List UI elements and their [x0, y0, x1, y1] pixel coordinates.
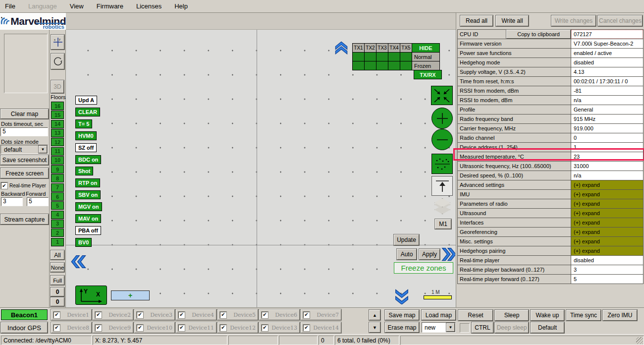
- read-all-button[interactable]: Read all: [460, 15, 493, 26]
- dots-timeout-input[interactable]: 5: [0, 127, 48, 136]
- tx-cell[interactable]: [376, 52, 388, 61]
- overlay-button-clear[interactable]: CLEAR: [75, 108, 100, 116]
- floors-full-button[interactable]: Full: [51, 276, 64, 285]
- overlay-button-mgv-on[interactable]: MGV on: [75, 202, 102, 211]
- save-map-button[interactable]: Save map: [385, 310, 419, 320]
- floor-button-12[interactable]: 12: [51, 138, 64, 146]
- cancel-changes-button[interactable]: Cancel changes: [598, 15, 643, 26]
- overlay-button-rtp-on[interactable]: RTP on: [75, 178, 100, 187]
- tx-header-tx5[interactable]: TX5: [400, 43, 412, 53]
- tx-txrx-button[interactable]: TX/RX: [414, 70, 442, 79]
- tx-normal-button[interactable]: Normal: [412, 52, 440, 61]
- apply-button[interactable]: Apply: [419, 249, 440, 260]
- tx-header-tx3[interactable]: TX3: [376, 43, 388, 53]
- device-checkbox[interactable]: ✔: [137, 325, 143, 331]
- expand-cell[interactable]: (+) expand: [571, 189, 644, 199]
- floor-button-6[interactable]: 6: [51, 192, 64, 201]
- chevron-up-icon[interactable]: [334, 41, 348, 55]
- tx-frozen-button[interactable]: Frozen: [412, 61, 440, 70]
- floor-button-9[interactable]: 9: [51, 165, 64, 173]
- menu-item-language[interactable]: Language: [28, 2, 57, 10]
- device-checkbox[interactable]: ✔: [54, 325, 60, 331]
- device-toggle-device4[interactable]: ✔Device4: [176, 309, 216, 320]
- clear-map-button[interactable]: Clear map: [0, 109, 49, 119]
- realtime-player-checkbox[interactable]: ✔: [1, 182, 7, 189]
- overlay-button-bv0[interactable]: BV0: [75, 238, 92, 247]
- scroll-up-icon[interactable]: ▲: [369, 310, 380, 320]
- device-toggle-device3[interactable]: ✔Device3: [134, 309, 175, 320]
- expand-cell[interactable]: (+) expand: [571, 199, 644, 209]
- tx-hide-button[interactable]: HIDE: [412, 43, 440, 53]
- floor-button-4[interactable]: 4: [51, 211, 64, 219]
- menu-item-firmware[interactable]: Firmware: [97, 2, 123, 10]
- overlay-button-shot[interactable]: Shot: [75, 167, 93, 175]
- device-checkbox[interactable]: ✔: [262, 325, 268, 331]
- forward-input[interactable]: 5: [27, 197, 49, 206]
- device-checkbox[interactable]: ✔: [303, 325, 310, 331]
- floor-button-2[interactable]: 2: [51, 229, 64, 237]
- overlay-button-sz-off[interactable]: SZ off: [75, 143, 97, 152]
- chevron-left-icon[interactable]: [71, 254, 87, 269]
- update-button[interactable]: Update: [394, 234, 419, 245]
- dropdown-arrow-icon[interactable]: ▼: [446, 323, 455, 332]
- tx-header-tx4[interactable]: TX4: [388, 43, 400, 53]
- overlay-button-hvm0[interactable]: HVM0: [75, 131, 97, 140]
- device-checkbox[interactable]: ✔: [178, 325, 185, 331]
- sleep-button[interactable]: Sleep: [495, 310, 529, 321]
- tx-cell[interactable]: [352, 61, 365, 70]
- overlay-button-upd-a[interactable]: Upd A: [75, 96, 97, 105]
- auto-button[interactable]: Auto: [397, 249, 417, 260]
- expand-cell[interactable]: (+) expand: [571, 227, 644, 237]
- chevron-right-icon[interactable]: [440, 247, 455, 262]
- menu-item-help[interactable]: Help: [174, 2, 188, 10]
- backward-input[interactable]: 3: [1, 197, 23, 206]
- tx-cell[interactable]: [388, 52, 400, 61]
- dots-icon[interactable]: [431, 154, 453, 174]
- wake-up-button[interactable]: Wake up: [531, 310, 564, 321]
- overlay-button-mav-on[interactable]: MAV on: [75, 214, 101, 223]
- freeze-zones-button[interactable]: Freeze zones: [394, 262, 453, 274]
- device-checkbox[interactable]: ✔: [137, 312, 143, 318]
- ctrl-checkbox[interactable]: [460, 323, 470, 333]
- write-changes-button[interactable]: Write changes: [551, 15, 596, 26]
- overlay-button-sbv-on[interactable]: SBV on: [75, 190, 101, 199]
- freeze-screen-button[interactable]: Freeze screen: [0, 168, 49, 178]
- device-toggle-device7[interactable]: ✔Device7: [301, 309, 341, 320]
- ctrl-button[interactable]: CTRL: [472, 322, 493, 333]
- device-toggle-device11[interactable]: ✔Device11: [176, 322, 216, 333]
- zoom-out-icon[interactable]: [431, 129, 453, 150]
- zero-imu-button[interactable]: Zero IMU: [603, 310, 637, 321]
- load-map-button[interactable]: Load map: [422, 310, 456, 320]
- tx-cell[interactable]: [400, 52, 412, 61]
- menu-item-licenses[interactable]: Licenses: [136, 2, 161, 10]
- copy-to-clipboard-button[interactable]: Copy to clipboard: [506, 30, 571, 39]
- floor-button-7[interactable]: 7: [51, 183, 64, 192]
- floor-button-5[interactable]: 5: [51, 201, 64, 210]
- upload-icon[interactable]: [431, 176, 453, 196]
- overlay-button-pba-off[interactable]: PBA off: [75, 226, 101, 235]
- tx-cell[interactable]: [352, 52, 365, 61]
- fit-view-icon[interactable]: [431, 86, 453, 105]
- tx-cell[interactable]: [400, 61, 412, 70]
- map-select[interactable]: new ▼: [422, 322, 456, 333]
- floor-button-16[interactable]: 16: [51, 102, 64, 110]
- dots-size-select[interactable]: default ▼: [0, 145, 48, 154]
- expand-cell[interactable]: (+) expand: [571, 218, 644, 228]
- overlay-button-t-5[interactable]: T= 5: [75, 119, 92, 128]
- menu-item-file[interactable]: File: [5, 2, 15, 10]
- floor-button-3[interactable]: 3: [51, 220, 64, 228]
- floor-button-15[interactable]: 15: [51, 111, 64, 119]
- reset-button[interactable]: Reset: [458, 310, 493, 321]
- 3d-button[interactable]: 3D: [51, 80, 64, 93]
- floor-button-11[interactable]: 11: [51, 147, 64, 156]
- device-checkbox[interactable]: ✔: [220, 312, 226, 318]
- tx-cell[interactable]: [376, 61, 388, 70]
- tx-cell[interactable]: [364, 52, 376, 61]
- chevron-down-icon[interactable]: [394, 288, 410, 304]
- device-checkbox[interactable]: ✔: [95, 312, 102, 318]
- tx-header-tx1[interactable]: TX1: [352, 43, 365, 53]
- tx-cell[interactable]: [388, 61, 400, 70]
- floors-none-button[interactable]: None: [51, 263, 64, 272]
- device-toggle-device10[interactable]: ✔Device10: [134, 322, 175, 333]
- layers-icon[interactable]: [430, 197, 454, 219]
